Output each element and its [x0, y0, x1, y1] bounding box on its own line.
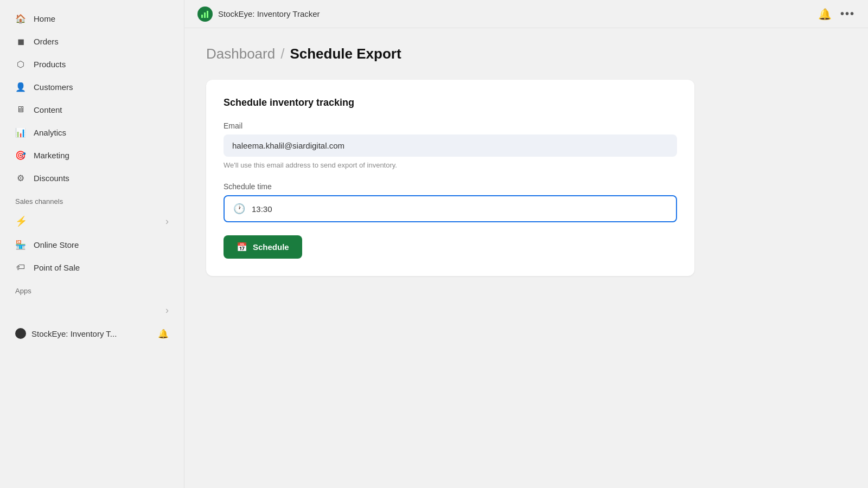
orders-icon: ◼	[15, 36, 26, 47]
breadcrumb: Dashboard / Schedule Export	[206, 46, 846, 62]
discounts-icon: ⚙	[15, 172, 26, 183]
app-item-label: StockEye: Inventory T...	[31, 329, 117, 338]
content-icon: 🖥	[15, 104, 26, 115]
logo-chart-icon	[201, 10, 209, 18]
sales-channels-icon: ⚡	[15, 215, 27, 227]
sidebar-item-marketing[interactable]: 🎯 Marketing	[4, 144, 180, 166]
topbar-right: 🔔 •••	[818, 8, 855, 21]
email-display: haleema.khalil@siardigital.com	[224, 134, 677, 157]
sidebar-item-analytics[interactable]: 📊 Analytics	[4, 121, 180, 143]
sales-channels-section-title: Sales channels	[0, 190, 184, 209]
point-of-sale-icon: 🏷	[15, 262, 26, 273]
breadcrumb-separator: /	[280, 46, 284, 62]
topbar: StockEye: Inventory Tracker 🔔 •••	[184, 0, 868, 28]
sidebar-item-label: Online Store	[34, 240, 79, 249]
sidebar-item-label: Analytics	[34, 128, 66, 137]
sidebar-nav: 🏠 Home ◼ Orders ⬡ Products 👤 Customers 🖥…	[0, 0, 184, 352]
app-dot-icon	[15, 328, 26, 339]
clock-icon: 🕐	[233, 203, 245, 215]
calendar-icon: 📅	[237, 242, 247, 252]
sidebar-item-sales-channels[interactable]: ⚡ ›	[4, 210, 180, 233]
topbar-left: StockEye: Inventory Tracker	[197, 7, 320, 22]
breadcrumb-current-page: Schedule Export	[290, 46, 401, 62]
sidebar-item-label: Discounts	[34, 174, 69, 183]
app-logo	[197, 7, 213, 22]
svg-rect-2	[207, 11, 208, 18]
chevron-right-icon: ›	[165, 216, 169, 227]
schedule-button-label: Schedule	[253, 242, 289, 252]
apps-section-title: Apps	[0, 279, 184, 298]
sidebar-item-label: Content	[34, 105, 62, 114]
time-input-wrapper: 🕐	[224, 195, 677, 222]
customers-icon: 👤	[15, 81, 26, 92]
card-title: Schedule inventory tracking	[224, 97, 677, 108]
schedule-button[interactable]: 📅 Schedule	[224, 235, 302, 259]
sidebar-item-label: Orders	[34, 37, 59, 46]
time-input[interactable]	[252, 204, 667, 214]
sidebar-item-label: Home	[34, 14, 55, 23]
notification-bell-icon[interactable]: 🔔	[818, 8, 832, 21]
sidebar-item-customers[interactable]: 👤 Customers	[4, 76, 180, 98]
sidebar-item-stockeye[interactable]: StockEye: Inventory T... 🔔	[4, 323, 180, 344]
sidebar-item-products[interactable]: ⬡ Products	[4, 53, 180, 75]
sidebar: 🏠 Home ◼ Orders ⬡ Products 👤 Customers 🖥…	[0, 0, 184, 488]
bell-icon: 🔔	[158, 329, 169, 339]
sidebar-item-orders[interactable]: ◼ Orders	[4, 30, 180, 52]
sidebar-item-discounts[interactable]: ⚙ Discounts	[4, 167, 180, 189]
marketing-icon: 🎯	[15, 150, 26, 160]
topbar-app-title: StockEye: Inventory Tracker	[218, 9, 320, 18]
page-content: Dashboard / Schedule Export Schedule inv…	[184, 28, 868, 488]
analytics-icon: 📊	[15, 127, 26, 138]
sidebar-item-home[interactable]: 🏠 Home	[4, 8, 180, 29]
sidebar-item-label: Customers	[34, 82, 73, 92]
sidebar-item-content[interactable]: 🖥 Content	[4, 99, 180, 120]
svg-rect-0	[201, 15, 203, 18]
products-icon: ⬡	[15, 59, 26, 69]
email-label: Email	[224, 121, 677, 130]
home-icon: 🏠	[15, 13, 26, 24]
more-options-icon[interactable]: •••	[840, 8, 855, 20]
apps-chevron-icon: ›	[165, 305, 169, 316]
sidebar-item-label: Point of Sale	[34, 263, 80, 272]
breadcrumb-dashboard-link[interactable]: Dashboard	[206, 46, 275, 62]
sidebar-item-online-store[interactable]: 🏪 Online Store	[4, 234, 180, 255]
svg-rect-1	[204, 12, 206, 18]
sidebar-apps-section[interactable]: ›	[4, 299, 180, 322]
sidebar-item-label: Marketing	[34, 151, 69, 160]
schedule-time-label: Schedule time	[224, 182, 677, 191]
email-helper-text: We'll use this email address to send exp…	[224, 161, 677, 169]
sidebar-item-label: Products	[34, 60, 66, 69]
schedule-form-card: Schedule inventory tracking Email haleem…	[206, 80, 694, 276]
sidebar-item-point-of-sale[interactable]: 🏷 Point of Sale	[4, 256, 180, 278]
online-store-icon: 🏪	[15, 239, 26, 250]
main-area: StockEye: Inventory Tracker 🔔 ••• Dashbo…	[184, 0, 868, 488]
